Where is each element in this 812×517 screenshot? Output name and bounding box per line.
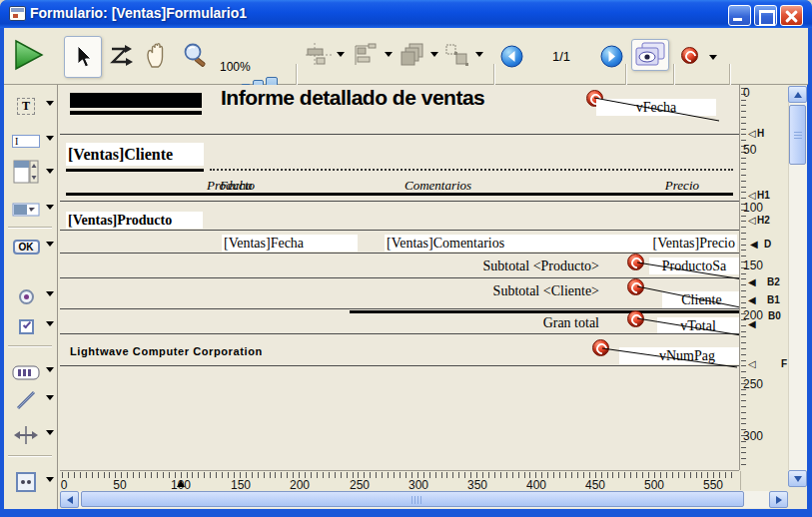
ruler-number: 450	[585, 478, 605, 492]
ruler-number: 250	[743, 377, 763, 391]
next-page-button[interactable]	[600, 45, 623, 68]
button-tool-button[interactable]: OK	[9, 232, 43, 261]
button-tool-dropdown-arrow[interactable]	[46, 242, 54, 247]
entry-order-icon	[108, 44, 134, 68]
text-tool-button[interactable]: T	[9, 91, 43, 121]
popup-menu-tool-dropdown-arrow[interactable]	[46, 205, 54, 210]
page-indicator: 1/1	[543, 49, 579, 64]
run-icon	[14, 39, 44, 71]
line-tool-dropdown-arrow[interactable]	[46, 395, 54, 400]
scroll-up-button[interactable]	[788, 86, 807, 103]
input-tool-button[interactable]: I	[9, 126, 43, 156]
section-marker-icon[interactable]: ◁	[748, 191, 756, 201]
pointer-tool-button[interactable]	[64, 36, 102, 78]
distribute-dropdown-arrow[interactable]	[385, 52, 393, 57]
popup-menu-tool-icon	[12, 203, 40, 217]
scroll-up-icon	[794, 92, 802, 98]
ruler-number: 500	[644, 478, 664, 492]
align-tool-button[interactable]	[304, 40, 334, 70]
pan-tool-button[interactable]	[141, 38, 173, 72]
close-button[interactable]	[780, 5, 803, 26]
distribute-tool-button[interactable]	[350, 40, 382, 70]
scroll-right-button[interactable]	[769, 491, 788, 508]
button-grid-tool-dropdown-arrow[interactable]	[46, 367, 54, 372]
popup-menu-tool-button[interactable]	[9, 195, 43, 225]
title-bar[interactable]: Formulario: [Ventas]Formulario1	[0, 0, 812, 28]
previous-page-button[interactable]	[500, 45, 523, 68]
section-marker-label[interactable]: B0	[768, 311, 781, 321]
layer-tool-button[interactable]	[397, 40, 428, 70]
layer-dropdown-arrow[interactable]	[430, 52, 438, 57]
vertical-scrollbar-thumb[interactable]	[789, 105, 806, 165]
listbox-tool-dropdown-arrow[interactable]	[46, 169, 54, 174]
minimize-button[interactable]	[728, 5, 751, 26]
checkbox-tool-button[interactable]	[9, 311, 43, 341]
ruler-number: 0	[61, 478, 68, 492]
scroll-left-button[interactable]	[60, 491, 79, 508]
object-toolbar: T I OK	[4, 85, 58, 509]
ruler-number: 250	[350, 478, 370, 492]
input-tool-dropdown-arrow[interactable]	[46, 136, 54, 141]
entry-order-tool-button[interactable]	[106, 40, 136, 72]
section-marker-label[interactable]: B1	[767, 295, 780, 305]
maximize-button[interactable]	[754, 5, 777, 26]
text-tool-dropdown-arrow[interactable]	[46, 101, 54, 106]
text-tool-icon: T	[17, 98, 35, 115]
preview-button[interactable]	[631, 39, 669, 71]
section-marker-icon[interactable]: ◀	[748, 295, 756, 305]
section-marker-icon[interactable]: ◁	[748, 129, 756, 139]
run-form-button[interactable]	[12, 37, 46, 73]
checkbox-tool-dropdown-arrow[interactable]	[46, 321, 54, 326]
section-marker-icon[interactable]: ◁	[748, 359, 756, 369]
splitter-tool-button[interactable]	[9, 420, 43, 450]
ruler-number: 150	[231, 478, 251, 492]
align-dropdown-arrow[interactable]	[337, 52, 345, 57]
line-tool-button[interactable]	[9, 385, 43, 415]
scroll-down-icon	[794, 476, 802, 482]
scroll-right-icon	[776, 496, 782, 504]
section-marker-label[interactable]: H2	[757, 216, 770, 226]
horizontal-scrollbar-thumb[interactable]	[81, 491, 744, 507]
section-marker-label[interactable]: H	[757, 129, 764, 139]
sidebar-separator	[8, 345, 52, 347]
section-marker-label[interactable]: B2	[767, 277, 780, 287]
section-marker-label[interactable]: H1	[757, 191, 770, 201]
hand-icon	[144, 41, 170, 69]
window-title: Formulario: [Ventas]Formulario1	[30, 5, 247, 21]
ruler-number: 200	[290, 478, 310, 492]
splitter-tool-dropdown-arrow[interactable]	[46, 430, 54, 435]
button-tool-icon: OK	[13, 240, 40, 255]
section-marker-label[interactable]: F	[781, 359, 787, 369]
form-design-canvas[interactable]: Informe detallado de ventas vFecha [Vent…	[60, 85, 739, 470]
zoom-level-label: 100%	[220, 60, 280, 74]
connector-lines	[60, 85, 739, 470]
line-tool-icon	[14, 388, 38, 412]
listbox-tool-button[interactable]	[9, 157, 43, 187]
pointer-icon	[73, 45, 93, 69]
zoom-tool-button[interactable]	[179, 38, 213, 72]
section-marker-icon[interactable]: ◀	[750, 240, 758, 250]
section-marker-icon[interactable]: ◀	[748, 319, 756, 329]
section-marker-label[interactable]: D	[764, 240, 771, 250]
radio-tool-dropdown-arrow[interactable]	[46, 291, 54, 296]
ruler-number: 0	[743, 86, 750, 100]
method-menu-button[interactable]	[681, 47, 698, 64]
ruler-position-marker-icon	[177, 480, 185, 487]
section-marker-icon[interactable]: ◁	[748, 216, 756, 226]
ruler-number: 100	[743, 201, 763, 215]
plugin-area-tool-dropdown-arrow[interactable]	[46, 477, 54, 482]
horizontal-ruler: 0 50 100 150 200 250 300 350 400 450 500…	[60, 470, 739, 490]
input-tool-icon: I	[12, 135, 40, 148]
scroll-left-icon	[67, 496, 73, 504]
section-marker-icon[interactable]: ◀	[748, 277, 756, 287]
plugin-area-tool-button[interactable]	[9, 467, 43, 497]
sidebar-separator	[8, 227, 52, 229]
splitter-tool-icon	[13, 424, 39, 446]
scroll-down-button[interactable]	[788, 470, 807, 487]
button-grid-tool-icon	[12, 365, 40, 380]
method-menu-dropdown-arrow[interactable]	[709, 55, 717, 60]
resize-dropdown-arrow[interactable]	[475, 52, 483, 57]
resize-tool-button[interactable]	[441, 40, 473, 70]
button-grid-tool-button[interactable]	[9, 357, 43, 387]
radio-tool-button[interactable]	[9, 281, 43, 311]
